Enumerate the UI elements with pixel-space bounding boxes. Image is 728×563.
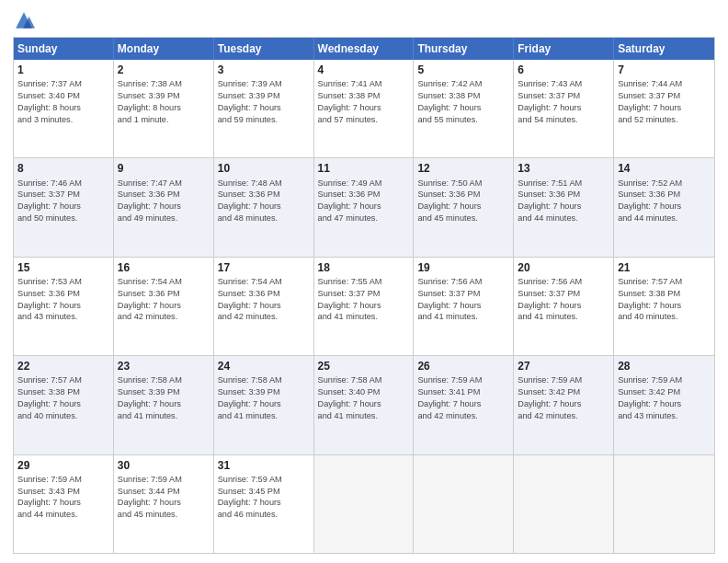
day-number: 31 <box>218 458 310 473</box>
day-cell-15: 15Sunrise: 7:53 AM Sunset: 3:36 PM Dayli… <box>14 258 114 355</box>
day-number: 2 <box>118 63 210 77</box>
day-number: 15 <box>17 260 109 275</box>
calendar-row-2: 8Sunrise: 7:46 AM Sunset: 3:37 PM Daylig… <box>14 157 714 256</box>
day-number: 24 <box>218 359 310 373</box>
day-number: 18 <box>318 260 410 275</box>
day-number: 12 <box>417 161 509 176</box>
day-info: Sunrise: 7:39 AM Sunset: 3:39 PM Dayligh… <box>218 79 282 123</box>
day-number: 28 <box>618 359 711 373</box>
day-info: Sunrise: 7:59 AM Sunset: 3:41 PM Dayligh… <box>417 375 482 419</box>
day-cell-26: 26Sunrise: 7:59 AM Sunset: 3:41 PM Dayli… <box>414 356 514 454</box>
day-info: Sunrise: 7:59 AM Sunset: 3:42 PM Dayligh… <box>518 375 582 419</box>
day-cell-13: 13Sunrise: 7:51 AM Sunset: 3:36 PM Dayli… <box>514 158 614 256</box>
day-info: Sunrise: 7:58 AM Sunset: 3:40 PM Dayligh… <box>318 375 382 419</box>
day-cell-27: 27Sunrise: 7:59 AM Sunset: 3:42 PM Dayli… <box>514 356 614 454</box>
empty-cell <box>414 455 514 553</box>
weekday-header-wednesday: Wednesday <box>314 38 415 60</box>
day-info: Sunrise: 7:46 AM Sunset: 3:37 PM Dayligh… <box>17 178 82 223</box>
day-cell-28: 28Sunrise: 7:59 AM Sunset: 3:42 PM Dayli… <box>614 356 714 454</box>
day-info: Sunrise: 7:52 AM Sunset: 3:36 PM Dayligh… <box>618 178 682 223</box>
day-info: Sunrise: 7:47 AM Sunset: 3:36 PM Dayligh… <box>118 178 182 223</box>
day-info: Sunrise: 7:59 AM Sunset: 3:42 PM Dayligh… <box>618 375 682 419</box>
day-info: Sunrise: 7:58 AM Sunset: 3:39 PM Dayligh… <box>118 375 182 419</box>
day-cell-6: 6Sunrise: 7:43 AM Sunset: 3:37 PM Daylig… <box>514 60 614 157</box>
weekday-header-monday: Monday <box>114 38 214 60</box>
day-info: Sunrise: 7:48 AM Sunset: 3:36 PM Dayligh… <box>218 178 282 223</box>
day-info: Sunrise: 7:43 AM Sunset: 3:37 PM Dayligh… <box>518 79 582 123</box>
day-info: Sunrise: 7:55 AM Sunset: 3:37 PM Dayligh… <box>318 277 382 321</box>
day-number: 10 <box>218 161 310 176</box>
weekday-header-friday: Friday <box>514 38 614 60</box>
day-cell-12: 12Sunrise: 7:50 AM Sunset: 3:36 PM Dayli… <box>414 158 514 256</box>
day-cell-3: 3Sunrise: 7:39 AM Sunset: 3:39 PM Daylig… <box>214 60 314 157</box>
day-number: 19 <box>417 260 509 275</box>
day-info: Sunrise: 7:50 AM Sunset: 3:36 PM Dayligh… <box>417 178 482 223</box>
day-cell-31: 31Sunrise: 7:59 AM Sunset: 3:45 PM Dayli… <box>214 455 314 553</box>
day-cell-17: 17Sunrise: 7:54 AM Sunset: 3:36 PM Dayli… <box>214 258 314 355</box>
day-cell-22: 22Sunrise: 7:57 AM Sunset: 3:38 PM Dayli… <box>14 356 114 454</box>
day-cell-21: 21Sunrise: 7:57 AM Sunset: 3:38 PM Dayli… <box>614 258 714 355</box>
day-number: 13 <box>518 161 609 176</box>
day-number: 30 <box>118 458 210 473</box>
day-number: 25 <box>318 359 410 373</box>
day-cell-9: 9Sunrise: 7:47 AM Sunset: 3:36 PM Daylig… <box>114 158 214 256</box>
day-number: 4 <box>318 63 410 77</box>
day-cell-18: 18Sunrise: 7:55 AM Sunset: 3:37 PM Dayli… <box>314 258 415 355</box>
day-info: Sunrise: 7:56 AM Sunset: 3:37 PM Dayligh… <box>518 277 582 321</box>
day-number: 9 <box>118 161 210 176</box>
day-cell-5: 5Sunrise: 7:42 AM Sunset: 3:38 PM Daylig… <box>414 60 514 157</box>
day-info: Sunrise: 7:44 AM Sunset: 3:37 PM Dayligh… <box>618 79 682 123</box>
weekday-header-saturday: Saturday <box>614 38 714 60</box>
day-cell-14: 14Sunrise: 7:52 AM Sunset: 3:36 PM Dayli… <box>614 158 714 256</box>
calendar-row-3: 15Sunrise: 7:53 AM Sunset: 3:36 PM Dayli… <box>14 257 714 355</box>
day-info: Sunrise: 7:59 AM Sunset: 3:44 PM Dayligh… <box>118 475 182 519</box>
weekday-header-thursday: Thursday <box>414 38 514 60</box>
calendar-row-1: 1Sunrise: 7:37 AM Sunset: 3:40 PM Daylig… <box>14 60 714 157</box>
day-number: 8 <box>17 161 109 176</box>
day-cell-23: 23Sunrise: 7:58 AM Sunset: 3:39 PM Dayli… <box>114 356 214 454</box>
empty-cell <box>614 455 714 553</box>
day-number: 6 <box>518 63 609 77</box>
day-number: 27 <box>518 359 609 373</box>
day-number: 14 <box>618 161 711 176</box>
page: SundayMondayTuesdayWednesdayThursdayFrid… <box>0 0 728 563</box>
day-number: 26 <box>417 359 509 373</box>
day-info: Sunrise: 7:54 AM Sunset: 3:36 PM Dayligh… <box>218 277 282 321</box>
day-number: 5 <box>417 63 509 77</box>
day-number: 3 <box>218 63 310 77</box>
day-number: 20 <box>518 260 609 275</box>
day-cell-29: 29Sunrise: 7:59 AM Sunset: 3:43 PM Dayli… <box>14 455 114 553</box>
calendar: SundayMondayTuesdayWednesdayThursdayFrid… <box>13 37 715 554</box>
day-number: 21 <box>618 260 711 275</box>
day-number: 7 <box>618 63 711 77</box>
day-cell-30: 30Sunrise: 7:59 AM Sunset: 3:44 PM Dayli… <box>114 455 214 553</box>
day-info: Sunrise: 7:38 AM Sunset: 3:39 PM Dayligh… <box>118 79 182 123</box>
day-number: 17 <box>218 260 310 275</box>
day-number: 22 <box>17 359 109 373</box>
day-cell-2: 2Sunrise: 7:38 AM Sunset: 3:39 PM Daylig… <box>114 60 214 157</box>
day-info: Sunrise: 7:56 AM Sunset: 3:37 PM Dayligh… <box>417 277 482 321</box>
day-info: Sunrise: 7:51 AM Sunset: 3:36 PM Dayligh… <box>518 178 582 223</box>
day-number: 1 <box>17 63 109 77</box>
day-info: Sunrise: 7:59 AM Sunset: 3:45 PM Dayligh… <box>218 475 282 519</box>
day-cell-25: 25Sunrise: 7:58 AM Sunset: 3:40 PM Dayli… <box>314 356 415 454</box>
day-info: Sunrise: 7:37 AM Sunset: 3:40 PM Dayligh… <box>17 79 82 123</box>
empty-cell <box>314 455 415 553</box>
day-number: 23 <box>118 359 210 373</box>
day-info: Sunrise: 7:53 AM Sunset: 3:36 PM Dayligh… <box>17 277 82 321</box>
day-info: Sunrise: 7:57 AM Sunset: 3:38 PM Dayligh… <box>17 375 82 419</box>
weekday-header-sunday: Sunday <box>14 38 114 60</box>
day-cell-24: 24Sunrise: 7:58 AM Sunset: 3:39 PM Dayli… <box>214 356 314 454</box>
day-info: Sunrise: 7:42 AM Sunset: 3:38 PM Dayligh… <box>417 79 482 123</box>
day-info: Sunrise: 7:49 AM Sunset: 3:36 PM Dayligh… <box>318 178 382 223</box>
logo <box>13 9 39 31</box>
header <box>13 9 715 31</box>
day-cell-19: 19Sunrise: 7:56 AM Sunset: 3:37 PM Dayli… <box>414 258 514 355</box>
day-cell-4: 4Sunrise: 7:41 AM Sunset: 3:38 PM Daylig… <box>314 60 415 157</box>
day-cell-10: 10Sunrise: 7:48 AM Sunset: 3:36 PM Dayli… <box>214 158 314 256</box>
calendar-row-4: 22Sunrise: 7:57 AM Sunset: 3:38 PM Dayli… <box>14 355 714 454</box>
calendar-row-5: 29Sunrise: 7:59 AM Sunset: 3:43 PM Dayli… <box>14 454 714 553</box>
day-info: Sunrise: 7:41 AM Sunset: 3:38 PM Dayligh… <box>318 79 382 123</box>
day-cell-8: 8Sunrise: 7:46 AM Sunset: 3:37 PM Daylig… <box>14 158 114 256</box>
day-info: Sunrise: 7:54 AM Sunset: 3:36 PM Dayligh… <box>118 277 182 321</box>
